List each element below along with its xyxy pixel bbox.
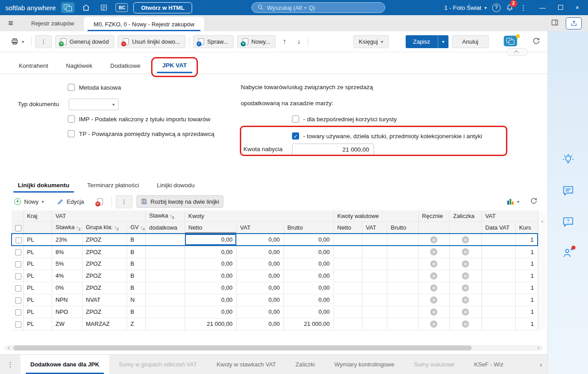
col-header-stawka[interactable]: Stawka↑2 bbox=[52, 222, 82, 234]
open-in-html-button[interactable]: Otwórz w HTML bbox=[133, 2, 192, 13]
zaliczka-clear-icon[interactable]: × bbox=[462, 272, 469, 279]
col-header-wal-brutto[interactable]: Brutto bbox=[387, 222, 418, 234]
cell-data_vat[interactable] bbox=[481, 306, 515, 318]
col-group-recznie[interactable]: Ręcznie bbox=[418, 210, 449, 222]
zaliczka-clear-icon[interactable]: × bbox=[462, 284, 469, 292]
table-row[interactable]: PLNPOZPOZB0,000,000,00××1 bbox=[12, 306, 538, 318]
col-header-data-vat[interactable]: Data VAT bbox=[481, 222, 515, 234]
cell-recznie[interactable]: × bbox=[418, 294, 449, 306]
zaliczka-clear-icon[interactable]: × bbox=[462, 236, 469, 243]
zaliczka-clear-icon[interactable]: × bbox=[462, 296, 469, 304]
metoda-kasowa-checkbox[interactable] bbox=[68, 84, 75, 91]
cell-wal_netto[interactable] bbox=[333, 318, 362, 330]
imp-field[interactable]: IMP - Podatek naliczony z tytułu importu… bbox=[68, 115, 210, 123]
new-document-button[interactable]: + Nowy... bbox=[237, 35, 275, 48]
cell-dodatkowa[interactable] bbox=[145, 258, 185, 270]
zaliczka-clear-icon[interactable]: × bbox=[462, 260, 469, 267]
towary-uzywane-field[interactable]: - towary używane, dzieła sztuki, przedmi… bbox=[292, 132, 482, 140]
company-selector[interactable]: 1 - Foto Świat ▾ bbox=[444, 4, 487, 11]
collapse-header-button[interactable] bbox=[506, 48, 528, 56]
cell-wal_netto[interactable] bbox=[333, 234, 362, 246]
cell-wal_netto[interactable] bbox=[333, 282, 362, 294]
cell-netto[interactable]: 21 000,00 bbox=[185, 318, 236, 330]
row-select-cell[interactable] bbox=[12, 282, 23, 294]
cell-zaliczka[interactable]: × bbox=[449, 258, 481, 270]
minimize-button[interactable]: — bbox=[539, 4, 546, 11]
form-tab-jpk-vat[interactable]: JPK VAT bbox=[155, 58, 194, 73]
form-tab-kontrahent[interactable]: Kontrahent bbox=[12, 59, 55, 74]
bottom-tab-sumy-walutowe[interactable]: Sumy walutowe bbox=[404, 355, 464, 374]
table-row[interactable]: PL0%ZPOZB0,000,000,00××1 bbox=[12, 282, 538, 294]
cell-vat[interactable]: 0,00 bbox=[236, 270, 284, 282]
row-checkbox[interactable] bbox=[15, 297, 21, 304]
cell-wal_vat[interactable] bbox=[362, 234, 387, 246]
turysta-checkbox[interactable] bbox=[292, 115, 299, 123]
bottom-tab-zaliczki[interactable]: Zaliczki bbox=[286, 355, 325, 374]
recznie-clear-icon[interactable]: × bbox=[430, 272, 437, 279]
col-group-vat-info[interactable]: VAT bbox=[481, 210, 538, 222]
cell-data_vat[interactable] bbox=[481, 282, 515, 294]
imp-checkbox[interactable] bbox=[68, 115, 75, 123]
cell-wal_netto[interactable] bbox=[333, 294, 362, 306]
row-checkbox[interactable] bbox=[15, 309, 21, 316]
cell-grupa[interactable]: ZPOZ bbox=[82, 246, 127, 258]
cell-kurs[interactable]: 1 bbox=[515, 270, 538, 282]
zaliczka-clear-icon[interactable]: × bbox=[462, 248, 469, 255]
cell-kurs[interactable]: 1 bbox=[515, 294, 538, 306]
toolbar-kebab-button[interactable]: ⋮ bbox=[35, 35, 52, 48]
cancel-button[interactable]: Anuluj bbox=[452, 35, 489, 48]
scrollbar-thumb[interactable] bbox=[13, 345, 472, 350]
cell-vat[interactable]: 0,00 bbox=[236, 246, 284, 258]
recznie-clear-icon[interactable]: × bbox=[430, 321, 437, 328]
col-header-wal-netto[interactable]: Netto bbox=[333, 222, 362, 234]
cell-gv[interactable]: Z bbox=[127, 318, 145, 330]
cell-kurs[interactable]: 1 bbox=[515, 306, 538, 318]
row-checkbox[interactable] bbox=[15, 273, 21, 279]
cell-stawka[interactable]: 4% bbox=[52, 270, 82, 282]
recznie-clear-icon[interactable]: × bbox=[430, 308, 437, 316]
delete-line-button[interactable]: × bbox=[93, 195, 107, 208]
generate-proof-button[interactable]: + Generuj dowód bbox=[55, 35, 114, 48]
cell-kraj[interactable]: PL bbox=[23, 234, 52, 246]
cell-gv[interactable]: B bbox=[127, 306, 145, 318]
cell-netto[interactable]: 0,00 bbox=[185, 258, 236, 270]
cell-data_vat[interactable] bbox=[481, 246, 515, 258]
cell-vat[interactable]: 0,00 bbox=[236, 234, 284, 246]
bottom-tab-sumy-w-grupach-odliczeń-vat[interactable]: Sumy w grupach odliczeń VAT bbox=[109, 355, 207, 374]
cell-netto[interactable]: 0,00 bbox=[185, 282, 236, 294]
zaliczka-clear-icon[interactable]: × bbox=[462, 321, 469, 328]
cell-kraj[interactable]: PL bbox=[23, 246, 52, 258]
cell-wal_netto[interactable] bbox=[333, 270, 362, 282]
tp-checkbox[interactable] bbox=[68, 130, 75, 137]
scrollbar-track[interactable] bbox=[13, 345, 534, 351]
cell-recznie[interactable]: × bbox=[418, 270, 449, 282]
cell-vat[interactable]: 0,00 bbox=[236, 306, 284, 318]
contact-support-icon[interactable] bbox=[561, 246, 575, 259]
cell-wal_vat[interactable] bbox=[362, 294, 387, 306]
cell-wal_brutto[interactable] bbox=[387, 318, 418, 330]
cell-dodatkowa[interactable] bbox=[145, 270, 185, 282]
cell-stawka[interactable]: NPO bbox=[52, 306, 82, 318]
cell-zaliczka[interactable]: × bbox=[449, 270, 481, 282]
cell-netto[interactable]: 0,00 bbox=[185, 306, 236, 318]
cell-kurs[interactable]: 1 bbox=[515, 318, 538, 330]
cell-netto[interactable]: 0,00 bbox=[185, 270, 236, 282]
panel-layout-icon[interactable] bbox=[551, 19, 559, 28]
cell-wal_brutto[interactable] bbox=[387, 270, 418, 282]
delete-proof-lines-button[interactable]: − Usuń linijki dowo... bbox=[118, 35, 185, 48]
news-icon[interactable] bbox=[98, 2, 110, 13]
cell-gv[interactable]: B bbox=[127, 270, 145, 282]
cell-gv[interactable]: B bbox=[127, 282, 145, 294]
row-select-cell[interactable] bbox=[12, 306, 23, 318]
more-menu-icon[interactable]: ⋮ bbox=[519, 4, 528, 12]
close-button[interactable]: × bbox=[576, 4, 579, 11]
row-checkbox[interactable] bbox=[15, 321, 21, 328]
col-header-kurs[interactable]: Kurs bbox=[515, 222, 538, 234]
cell-recznie[interactable]: × bbox=[418, 318, 449, 330]
cell-dodatkowa[interactable] bbox=[145, 306, 185, 318]
cell-netto[interactable]: 0,00 bbox=[185, 246, 236, 258]
cell-recznie[interactable]: × bbox=[418, 258, 449, 270]
detail-tab-terminarz-płatności[interactable]: Terminarz płatności bbox=[81, 179, 145, 193]
row-select-cell[interactable] bbox=[12, 294, 23, 306]
recznie-clear-icon[interactable]: × bbox=[430, 284, 437, 292]
